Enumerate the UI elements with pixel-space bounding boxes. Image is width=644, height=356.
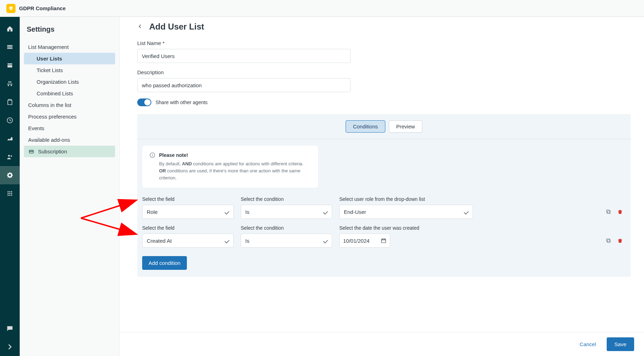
home-icon bbox=[6, 25, 13, 32]
nav-events[interactable]: Events bbox=[24, 122, 115, 134]
info-icon bbox=[149, 152, 156, 158]
calendar-icon bbox=[381, 238, 386, 243]
users-icon bbox=[6, 153, 13, 160]
nav-ticket-lists[interactable]: Ticket Lists bbox=[24, 64, 115, 76]
svg-point-16 bbox=[152, 154, 153, 154]
notice-line1-post: conditions are applied for actions with … bbox=[192, 161, 303, 166]
copy-button-1[interactable] bbox=[605, 209, 612, 216]
delete-button-1[interactable] bbox=[617, 209, 623, 216]
notice-title: Please note! bbox=[159, 152, 188, 158]
delete-button-2[interactable] bbox=[617, 237, 623, 245]
rail-lists[interactable] bbox=[0, 38, 20, 56]
col-op-1: Select the condition Is bbox=[241, 196, 332, 219]
notice-line1-pre: By default, bbox=[159, 161, 182, 166]
share-toggle[interactable] bbox=[137, 98, 151, 106]
rail-org[interactable] bbox=[0, 75, 20, 93]
nav-process-prefs[interactable]: Process preferences bbox=[24, 111, 115, 122]
dropdown-field-1[interactable]: Role bbox=[142, 205, 234, 219]
cancel-button[interactable]: Cancel bbox=[575, 338, 600, 351]
label-select-date: Select the date the user was created bbox=[339, 225, 419, 231]
gear-icon bbox=[6, 172, 13, 179]
svg-point-11 bbox=[9, 195, 10, 196]
description-input[interactable] bbox=[137, 78, 351, 92]
svg-point-3 bbox=[11, 155, 12, 157]
notice-line1-bold: AND bbox=[182, 161, 192, 166]
svg-point-6 bbox=[11, 191, 12, 192]
date-input-2[interactable]: 10/01/2024 bbox=[339, 234, 390, 248]
rail-chat[interactable] bbox=[0, 319, 20, 338]
svg-rect-17 bbox=[152, 155, 152, 157]
copy-button-2[interactable] bbox=[605, 237, 612, 245]
card-icon bbox=[6, 62, 13, 69]
rail-clipboard[interactable] bbox=[0, 93, 20, 111]
svg-point-8 bbox=[9, 193, 10, 194]
rail-home[interactable] bbox=[0, 20, 20, 38]
dropdown-value-1[interactable]: End-User bbox=[339, 205, 473, 219]
nav-subscription-label: Subscription bbox=[38, 148, 67, 154]
svg-point-12 bbox=[11, 195, 12, 196]
rail-clock[interactable] bbox=[0, 111, 20, 129]
tabs-row: Conditions Preview bbox=[137, 114, 631, 139]
nav-columns[interactable]: Columns in the list bbox=[24, 99, 115, 111]
nav-list-management[interactable]: List Management bbox=[24, 41, 115, 53]
chat-icon bbox=[6, 325, 13, 332]
svg-point-2 bbox=[8, 155, 10, 157]
svg-point-7 bbox=[7, 193, 8, 194]
nav-user-lists[interactable]: User Lists bbox=[24, 53, 115, 64]
save-button[interactable]: Save bbox=[607, 337, 634, 351]
label-select-field-2: Select the field bbox=[142, 225, 234, 231]
left-rail bbox=[0, 17, 20, 356]
rail-settings[interactable] bbox=[0, 166, 20, 184]
settings-header: Settings bbox=[27, 25, 112, 33]
share-toggle-row: Share with other agents bbox=[137, 98, 631, 106]
chevron-left-icon bbox=[137, 24, 143, 29]
nav-group: List Management User Lists Ticket Lists … bbox=[24, 41, 115, 157]
svg-point-5 bbox=[9, 191, 10, 192]
condition-row-2: Select the field Created At Select the c… bbox=[137, 225, 631, 254]
trash-icon bbox=[617, 209, 623, 215]
topbar: GDPR Compliance bbox=[0, 0, 644, 17]
rail-apps[interactable] bbox=[0, 184, 20, 203]
svg-point-9 bbox=[11, 193, 12, 194]
col-field-2: Select the field Created At bbox=[142, 225, 234, 248]
nav-org-lists[interactable]: Organization Lists bbox=[24, 76, 115, 88]
dropdown-op-1[interactable]: Is bbox=[241, 205, 332, 219]
svg-point-10 bbox=[7, 195, 8, 196]
tab-preview[interactable]: Preview bbox=[389, 120, 422, 133]
add-condition-button[interactable]: Add condition bbox=[142, 256, 187, 270]
notice-box: Please note! By default, AND conditions … bbox=[142, 146, 318, 188]
toggle-knob bbox=[144, 99, 151, 106]
row-actions-2 bbox=[605, 237, 626, 248]
chart-icon bbox=[6, 135, 13, 142]
main-scroll: Add User List List Name * Description Sh… bbox=[120, 17, 644, 332]
svg-rect-21 bbox=[607, 240, 610, 242]
clipboard-icon bbox=[6, 98, 13, 106]
rail-expand[interactable] bbox=[0, 338, 20, 356]
rail-users[interactable] bbox=[0, 148, 20, 166]
nav-combined-lists[interactable]: Combined Lists bbox=[24, 88, 115, 99]
col-op-2: Select the condition Is bbox=[241, 225, 332, 248]
col-value-1: Select user role from the drop-down list… bbox=[339, 196, 473, 219]
description-label: Description bbox=[137, 69, 631, 75]
svg-rect-18 bbox=[607, 211, 610, 214]
tab-conditions[interactable]: Conditions bbox=[346, 120, 385, 133]
rail-cards[interactable] bbox=[0, 56, 20, 75]
svg-rect-19 bbox=[607, 210, 610, 213]
org-icon bbox=[6, 80, 13, 87]
label-select-field-1: Select the field bbox=[142, 196, 234, 202]
share-label: Share with other agents bbox=[156, 100, 208, 105]
list-name-input[interactable] bbox=[137, 49, 351, 63]
dropdown-op-2[interactable]: Is bbox=[241, 234, 332, 248]
settings-sidebar: Settings List Management User Lists Tick… bbox=[20, 17, 120, 356]
nav-subscription[interactable]: Subscription bbox=[24, 146, 115, 157]
back-button[interactable] bbox=[137, 24, 143, 30]
clock-icon bbox=[6, 117, 13, 124]
svg-rect-22 bbox=[607, 239, 610, 242]
copy-icon bbox=[605, 209, 612, 215]
notice-body: By default, AND conditions are applied f… bbox=[159, 160, 311, 182]
rail-chart[interactable] bbox=[0, 129, 20, 148]
row-actions-1 bbox=[605, 209, 626, 219]
svg-rect-0 bbox=[11, 7, 11, 9]
dropdown-field-2[interactable]: Created At bbox=[142, 234, 234, 248]
nav-addons[interactable]: Available add-ons bbox=[24, 134, 115, 146]
